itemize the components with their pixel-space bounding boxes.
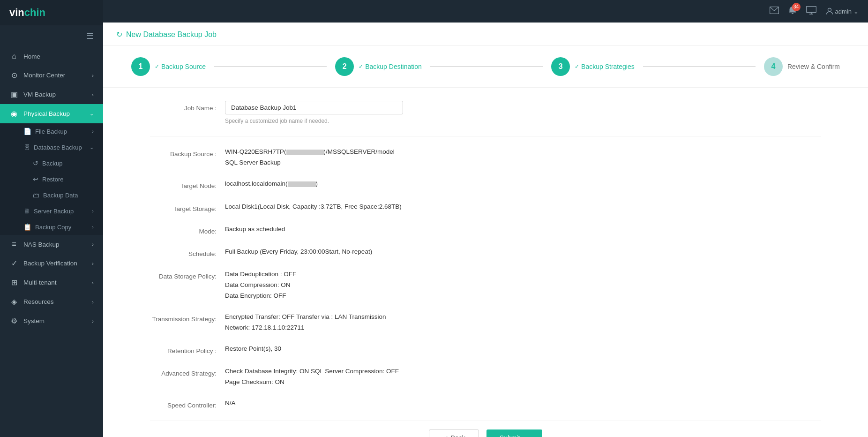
step-divider-3 bbox=[643, 66, 756, 67]
svg-rect-1 bbox=[806, 6, 816, 12]
logo: vinchin bbox=[0, 0, 103, 25]
advanced-row: Advanced Strategy: Check Database Integr… bbox=[150, 366, 821, 388]
monitor-topbar-icon[interactable] bbox=[806, 6, 816, 17]
system-icon: ⚙ bbox=[9, 316, 19, 325]
logo-chin: chin bbox=[24, 7, 45, 18]
sidebar-item-label: Resources bbox=[23, 298, 54, 305]
data-storage-row: Data Storage Policy: Data Deduplication … bbox=[150, 269, 821, 301]
sidebar-item-label: Home bbox=[23, 53, 40, 60]
sidebar-sub-label: File Backup bbox=[35, 128, 67, 135]
job-name-label: Job Name : bbox=[150, 101, 225, 113]
user-chevron-icon: ⌄ bbox=[853, 8, 859, 15]
sidebar-item-database-backup[interactable]: 🗄 Database Backup ⌄ bbox=[0, 139, 103, 155]
chevron-down-icon: ⌄ bbox=[90, 144, 94, 151]
nas-icon: ≡ bbox=[9, 240, 19, 249]
step-label-4: Review & Confirm bbox=[787, 63, 840, 70]
backup-data-icon: 🗃 bbox=[33, 191, 39, 199]
user-label: admin bbox=[835, 8, 852, 15]
restore-icon: ↩ bbox=[33, 175, 38, 183]
step-label-2: ✓ Backup Destination bbox=[359, 63, 422, 70]
sidebar-item-physical-backup[interactable]: ◉ Physical Backup ⌄ bbox=[0, 104, 103, 123]
chevron-right-icon: › bbox=[92, 73, 94, 78]
retention-row: Retention Policy : Restore Point(s), 30 bbox=[150, 344, 821, 356]
sidebar-item-restore[interactable]: ↩ Restore bbox=[0, 171, 103, 187]
sidebar-item-label: VM Backup bbox=[23, 91, 56, 98]
sidebar-item-multi-tenant[interactable]: ⊞ Multi-tenant › bbox=[0, 273, 103, 292]
masked-ip bbox=[286, 150, 324, 155]
wizard-step-1: 1 ✓ Backup Source bbox=[131, 57, 206, 76]
sidebar-item-backup-data[interactable]: 🗃 Backup Data bbox=[0, 187, 103, 203]
advanced-value: Check Database Integrity: ON SQL Server … bbox=[225, 366, 821, 388]
sidebar-item-backup-verification[interactable]: ✓ Backup Verification › bbox=[0, 254, 103, 273]
page-title: New Database Backup Job bbox=[126, 30, 217, 39]
chevron-right-icon: › bbox=[92, 241, 94, 247]
job-name-input[interactable] bbox=[225, 101, 403, 114]
sidebar-item-system[interactable]: ⚙ System › bbox=[0, 311, 103, 331]
sidebar-item-vm-backup[interactable]: ▣ VM Backup › bbox=[0, 85, 103, 104]
data-storage-value: Data Deduplication : OFF Data Compressio… bbox=[225, 269, 821, 301]
sidebar-item-backup-copy[interactable]: 📋 Backup Copy › bbox=[0, 219, 103, 235]
transmission-label: Transmission Strategy: bbox=[150, 312, 225, 324]
divider bbox=[150, 136, 821, 136]
job-name-value: Specify a customized job name if needed. bbox=[225, 101, 821, 126]
topbar: 34 admin ⌄ bbox=[103, 0, 868, 23]
backup-icon: ↺ bbox=[33, 159, 38, 167]
step-circle-1: 1 bbox=[131, 57, 150, 76]
user-menu[interactable]: admin ⌄ bbox=[826, 8, 859, 15]
sidebar-sub-label: Backup bbox=[42, 160, 62, 167]
backup-source-value: WIN-Q220ESRH7TP()/MSSQLSERVER/model SQL … bbox=[225, 147, 821, 168]
chevron-right-icon: › bbox=[92, 299, 94, 305]
chevron-right-icon: › bbox=[92, 318, 94, 324]
back-button[interactable]: ↩ Back bbox=[429, 429, 479, 437]
wizard-step-2: 2 ✓ Backup Destination bbox=[335, 57, 422, 76]
sidebar-item-label: Physical Backup bbox=[23, 110, 70, 117]
page-header: ↻ New Database Backup Job bbox=[103, 23, 868, 46]
submit-button[interactable]: Submit → bbox=[486, 429, 543, 437]
speed-row: Speed Controller: N/A bbox=[150, 398, 821, 410]
sidebar-sub-label: Server Backup bbox=[34, 208, 74, 215]
backup-source-label: Backup Source : bbox=[150, 147, 225, 159]
retention-value: Restore Point(s), 30 bbox=[225, 344, 821, 354]
chevron-down-icon: ⌄ bbox=[90, 111, 94, 117]
notification-icon[interactable]: 34 bbox=[788, 6, 797, 17]
schedule-row: Schedule: Full Backup (Every Friday, 23:… bbox=[150, 247, 821, 259]
chevron-right-icon: › bbox=[92, 128, 94, 134]
step-circle-3: 3 bbox=[551, 57, 570, 76]
monitor-icon: ⊙ bbox=[9, 71, 19, 80]
multi-tenant-icon: ⊞ bbox=[9, 278, 19, 287]
sidebar-item-home[interactable]: ⌂ Home bbox=[0, 47, 103, 66]
advanced-label: Advanced Strategy: bbox=[150, 366, 225, 378]
target-node-label: Target Node: bbox=[150, 179, 225, 191]
target-node-row: Target Node: localhost.localdomain() bbox=[150, 179, 821, 191]
sidebar-sub-label: Backup Copy bbox=[35, 224, 71, 231]
hamburger-icon[interactable]: ☰ bbox=[0, 25, 103, 47]
content-inner: ↻ New Database Backup Job 1 ✓ Backup Sou… bbox=[103, 23, 868, 437]
sidebar-item-monitor-center[interactable]: ⊙ Monitor Center › bbox=[0, 66, 103, 85]
chevron-right-icon: › bbox=[92, 224, 94, 230]
main-area: 34 admin ⌄ ↻ New Database Backup Job 1 bbox=[103, 0, 868, 437]
sidebar-item-server-backup[interactable]: 🖥 Server Backup › bbox=[0, 203, 103, 219]
step-divider-1 bbox=[214, 66, 327, 67]
file-backup-icon: 📄 bbox=[23, 128, 31, 135]
backup-copy-icon: 📋 bbox=[23, 223, 31, 231]
chevron-right-icon: › bbox=[92, 261, 94, 266]
step-label-1: ✓ Backup Source bbox=[155, 63, 206, 70]
masked-node-ip bbox=[288, 181, 316, 187]
refresh-icon[interactable]: ↻ bbox=[116, 30, 122, 39]
step-label-3: ✓ Backup Strategies bbox=[575, 63, 635, 70]
submit-label: Submit bbox=[500, 434, 520, 437]
mode-value: Backup as scheduled bbox=[225, 224, 821, 235]
sidebar-item-file-backup[interactable]: 📄 File Backup › bbox=[0, 123, 103, 139]
transmission-line2: Network: 172.18.1.10:22711 bbox=[225, 323, 821, 333]
physical-backup-icon: ◉ bbox=[9, 109, 19, 118]
verification-icon: ✓ bbox=[9, 259, 19, 268]
advanced-line2: Page Checksum: ON bbox=[225, 377, 821, 388]
sidebar-item-nas-backup[interactable]: ≡ NAS Backup › bbox=[0, 235, 103, 254]
wizard-step-3: 3 ✓ Backup Strategies bbox=[551, 57, 635, 76]
backup-source-line2: SQL Server Backup bbox=[225, 158, 821, 168]
schedule-value: Full Backup (Every Friday, 23:00:00Start… bbox=[225, 247, 821, 257]
messages-icon[interactable] bbox=[770, 7, 779, 16]
sidebar-sub-label: Restore bbox=[42, 176, 64, 183]
sidebar-item-resources[interactable]: ◈ Resources › bbox=[0, 292, 103, 311]
sidebar-item-backup[interactable]: ↺ Backup bbox=[0, 155, 103, 171]
